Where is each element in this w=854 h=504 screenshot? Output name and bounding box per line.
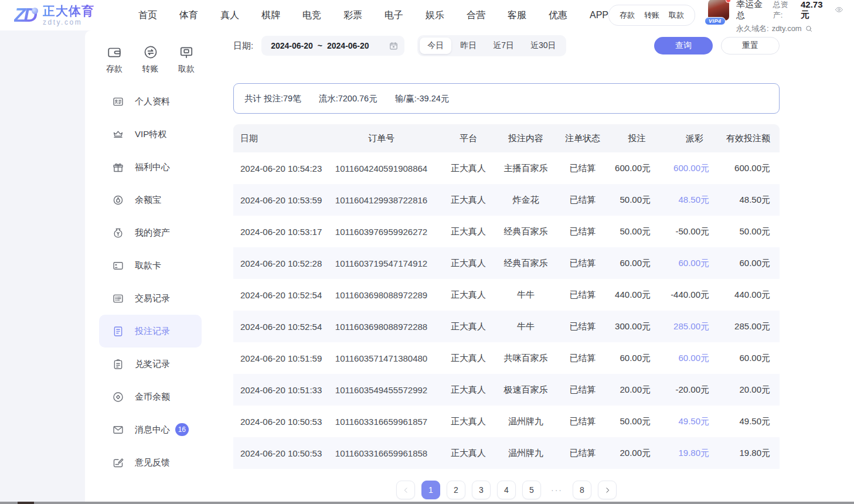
nav-item[interactable]: 电子 bbox=[385, 9, 403, 22]
sidebar-item-label: 取款卡 bbox=[135, 260, 161, 271]
vault-icon bbox=[112, 194, 124, 206]
bet-records-table: 日期订单号平台投注内容注单状态投注派彩有效投注额 2024-06-20 10:5… bbox=[233, 124, 780, 469]
column-header: 投注 bbox=[609, 133, 665, 144]
sidebar-item[interactable]: 我的资产 bbox=[99, 216, 202, 249]
page-button[interactable]: 2 bbox=[447, 481, 465, 499]
reset-button[interactable]: 重置 bbox=[721, 37, 780, 55]
cell-order-number: 1011603976959926272 bbox=[321, 227, 441, 237]
range-chip[interactable]: 今日 bbox=[420, 38, 451, 54]
assets-label: 总资产: bbox=[773, 0, 795, 21]
page-ellipsis: ··· bbox=[547, 481, 566, 499]
nav-item[interactable]: APP bbox=[590, 10, 608, 21]
quick-action-label: 取款 bbox=[178, 64, 195, 74]
sidebar-item[interactable]: 取款卡 bbox=[99, 249, 202, 282]
sidebar-item-label: 交易记录 bbox=[135, 293, 170, 304]
sidebar-item[interactable]: 余额宝 bbox=[99, 183, 202, 216]
sidebar-menu: 个人资料VIP特权福利中心余额宝我的资产取款卡交易记录投注记录兑奖记录金币余额消… bbox=[85, 85, 216, 479]
date-range-input[interactable]: 2024-06-20 ~ 2024-06-20 bbox=[261, 36, 404, 56]
sidebar-item[interactable]: 金币余额 bbox=[99, 380, 202, 413]
cell-date: 2024-06-20 10:51:33 bbox=[233, 385, 321, 395]
username: 幸运金总 bbox=[736, 0, 767, 21]
sidebar-item[interactable]: 福利中心 bbox=[99, 151, 202, 183]
cell-bet-content: 牛牛 bbox=[495, 290, 556, 301]
cell-date: 2024-06-20 10:53:17 bbox=[233, 227, 321, 237]
nav-item[interactable]: 客服 bbox=[508, 9, 526, 22]
cell-date: 2024-06-20 10:50:53 bbox=[233, 448, 321, 458]
quick-range-group: 今日昨日近7日近30日 bbox=[417, 35, 566, 56]
date-label: 日期: bbox=[233, 40, 253, 52]
cell-bet-content: 经典百家乐 bbox=[495, 226, 556, 237]
cell-payout: 600.00元 bbox=[665, 163, 724, 174]
bank-card-icon bbox=[112, 260, 124, 272]
next-page-button[interactable] bbox=[598, 481, 617, 499]
cell-order-number: 1011603698088972289 bbox=[321, 290, 441, 300]
column-header: 投注内容 bbox=[495, 133, 556, 144]
calendar-icon[interactable] bbox=[389, 41, 399, 51]
sidebar-item[interactable]: 投注记录 bbox=[99, 315, 202, 348]
column-header: 派彩 bbox=[665, 133, 724, 144]
nav-item[interactable]: 真人 bbox=[220, 9, 239, 22]
range-chip[interactable]: 近30日 bbox=[523, 38, 564, 54]
cell-bet-content: 温州牌九 bbox=[495, 416, 556, 427]
quick-action-存款[interactable]: 存款 bbox=[106, 45, 123, 74]
cell-valid-amount: 19.80元 bbox=[724, 448, 780, 459]
nav-item[interactable]: 电竞 bbox=[302, 9, 321, 22]
wallet-pill-action[interactable]: 取款 bbox=[669, 10, 684, 21]
user-block[interactable]: VIP4 幸运金总 总资产: 42.73元 永久域名: zdty.com bbox=[708, 0, 846, 34]
sidebar-item[interactable]: 消息中心16 bbox=[99, 413, 202, 446]
search-icon[interactable] bbox=[805, 25, 813, 33]
nav-item[interactable]: 体育 bbox=[179, 9, 198, 22]
wallet-pill-action[interactable]: 转账 bbox=[644, 10, 659, 21]
id-card-icon bbox=[112, 96, 124, 108]
cell-bet-amount: 440.00元 bbox=[609, 290, 665, 301]
brand-logo[interactable]: ZD 正大体育 zdty.com bbox=[14, 5, 114, 26]
bet-record-icon bbox=[112, 325, 124, 338]
range-chip[interactable]: 昨日 bbox=[452, 38, 484, 54]
page-button[interactable]: 1 bbox=[421, 481, 440, 499]
cell-valid-amount: 48.50元 bbox=[724, 195, 780, 206]
page-button[interactable]: 5 bbox=[522, 481, 541, 499]
prev-page-button[interactable] bbox=[396, 481, 415, 499]
cell-order-number: 1011603719547174912 bbox=[321, 258, 441, 268]
quick-action-转账[interactable]: 转账 bbox=[142, 45, 159, 74]
nav-item[interactable]: 彩票 bbox=[343, 9, 362, 22]
cell-valid-amount: 60.00元 bbox=[724, 353, 780, 364]
page-button[interactable]: 4 bbox=[497, 481, 516, 499]
sidebar-item-label: 福利中心 bbox=[135, 162, 170, 173]
sidebar-item[interactable]: VIP特权 bbox=[99, 118, 202, 151]
nav-item[interactable]: 娱乐 bbox=[426, 9, 444, 22]
search-button[interactable]: 查询 bbox=[654, 37, 713, 55]
page-button[interactable]: 8 bbox=[573, 481, 591, 499]
sidebar-item[interactable]: 意见反馈 bbox=[99, 446, 202, 479]
brand-name: 正大体育 bbox=[43, 5, 94, 18]
deposit-icon bbox=[107, 45, 122, 60]
wallet-pill-action[interactable]: 存款 bbox=[620, 10, 635, 21]
transaction-icon bbox=[112, 292, 124, 305]
table-row: 2024-06-20 10:52:541011603698088972288正大… bbox=[233, 311, 780, 342]
range-chip[interactable]: 近7日 bbox=[485, 38, 522, 54]
cell-platform: 正大真人 bbox=[441, 384, 495, 396]
sidebar-item[interactable]: 交易记录 bbox=[99, 282, 202, 315]
cell-bet-content: 共咪百家乐 bbox=[495, 353, 556, 364]
cell-status: 已结算 bbox=[556, 353, 609, 364]
table-row: 2024-06-20 10:51:591011603571471380480正大… bbox=[233, 342, 780, 374]
sidebar-item[interactable]: 个人资料 bbox=[99, 85, 202, 118]
sidebar-item-label: 金币余额 bbox=[135, 391, 170, 403]
cell-bet-content: 主播百家乐 bbox=[495, 163, 556, 174]
nav-item[interactable]: 棋牌 bbox=[261, 9, 280, 22]
page-button[interactable]: 3 bbox=[472, 481, 491, 499]
cell-bet-content: 极速百家乐 bbox=[495, 384, 556, 396]
cell-payout: -20.00元 bbox=[665, 384, 724, 396]
quick-action-取款[interactable]: 取款 bbox=[178, 45, 195, 74]
taskbar-peek bbox=[18, 502, 34, 504]
main-nav: 首页体育真人棋牌电竞彩票电子娱乐合营客服优惠APP bbox=[138, 9, 608, 22]
nav-item[interactable]: 合营 bbox=[467, 9, 485, 22]
cell-bet-content: 炸金花 bbox=[495, 195, 556, 206]
cell-payout: -50.00元 bbox=[665, 226, 724, 237]
sidebar-item[interactable]: 兑奖记录 bbox=[99, 348, 202, 380]
eye-icon[interactable] bbox=[835, 5, 843, 15]
nav-item[interactable]: 首页 bbox=[138, 9, 157, 22]
coin-icon bbox=[112, 391, 124, 403]
cell-status: 已结算 bbox=[556, 448, 609, 459]
nav-item[interactable]: 优惠 bbox=[549, 9, 567, 22]
